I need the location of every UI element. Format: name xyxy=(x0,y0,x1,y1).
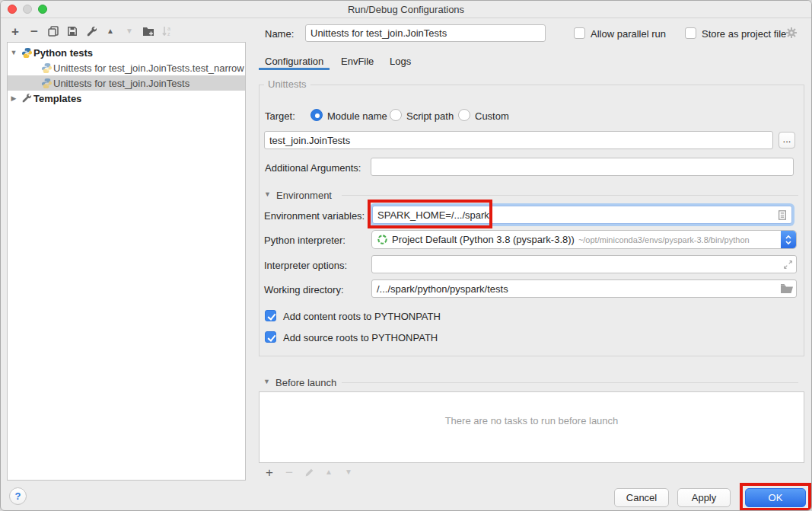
additional-arguments-input[interactable] xyxy=(371,158,794,176)
interpreter-options-label: Interpreter options: xyxy=(264,260,347,271)
add-task-button[interactable]: + xyxy=(263,465,276,479)
environment-variables-label: Environment variables: xyxy=(264,210,365,222)
expand-field-button[interactable] xyxy=(782,258,794,270)
target-label: Target: xyxy=(265,110,295,122)
environment-variables-input[interactable]: SPARK_HOME=/.../spark xyxy=(372,206,792,224)
module-name-input[interactable]: test_join.JoinTests xyxy=(264,131,773,149)
before-launch-section-title[interactable]: Before launch xyxy=(275,377,336,388)
tab-configuration[interactable]: Configuration xyxy=(265,56,323,67)
browse-folder-button[interactable] xyxy=(780,283,793,295)
store-options-gear-button[interactable] xyxy=(785,26,798,40)
environment-section-line xyxy=(342,195,798,196)
down-triangle-icon: ▼ xyxy=(126,27,133,35)
cancel-button-label: Cancel xyxy=(626,492,657,503)
sort-configurations-button[interactable]: az xyxy=(161,24,174,38)
window-title: Run/Debug Configurations xyxy=(348,4,464,15)
name-label: Name: xyxy=(265,28,294,40)
apply-button-label: Apply xyxy=(692,492,717,503)
working-directory-input[interactable]: /.../spark/python/pyspark/tests xyxy=(371,279,797,298)
close-window-button[interactable] xyxy=(8,5,17,14)
conda-env-icon xyxy=(377,234,388,245)
save-configuration-button[interactable] xyxy=(65,24,79,38)
tree-item-python-tests[interactable]: ▼ Python tests xyxy=(8,45,245,60)
edit-templates-button[interactable] xyxy=(84,24,98,38)
minimize-window-button[interactable] xyxy=(23,5,32,14)
edit-environment-variables-button[interactable] xyxy=(776,209,788,221)
name-input[interactable]: Unittests for test_join.JoinTests xyxy=(305,24,546,42)
combo-stepper-icon[interactable] xyxy=(781,231,796,248)
target-script-path-label[interactable]: Script path xyxy=(406,110,454,122)
edit-task-button[interactable] xyxy=(302,465,316,479)
module-name-value: test_join.JoinTests xyxy=(269,135,350,146)
python-interpreter-value: Project Default (Python 3.8 (pyspark-3.8… xyxy=(392,234,575,245)
store-as-project-file-checkbox[interactable] xyxy=(685,27,696,39)
move-task-up-button[interactable]: ▲ xyxy=(322,465,336,479)
interpreter-options-input[interactable] xyxy=(371,255,797,273)
tree-item-test-narrow[interactable]: Unittests for test_join.JoinTests.test_n… xyxy=(8,60,245,75)
browse-module-button[interactable]: ... xyxy=(779,132,795,149)
add-content-roots-checkbox[interactable] xyxy=(265,310,276,321)
additional-arguments-label: Additional Arguments: xyxy=(265,162,361,174)
allow-parallel-run-checkbox[interactable] xyxy=(574,27,585,39)
cancel-button[interactable]: Cancel xyxy=(614,488,669,507)
svg-text:z: z xyxy=(167,31,170,37)
wrench-icon xyxy=(20,93,33,104)
copy-configuration-button[interactable] xyxy=(46,24,60,38)
python-interpreter-select[interactable]: Project Default (Python 3.8 (pyspark-3.8… xyxy=(371,230,797,249)
help-button[interactable]: ? xyxy=(9,487,27,505)
copy-icon xyxy=(47,25,59,37)
move-task-down-button[interactable]: ▼ xyxy=(342,465,355,479)
target-custom-label[interactable]: Custom xyxy=(475,110,509,122)
add-configuration-button[interactable]: + xyxy=(8,24,22,38)
run-debug-configurations-dialog: Run/Debug Configurations + − ▲ ▼ az ▼ Py xyxy=(0,0,812,511)
minus-icon: − xyxy=(30,25,38,38)
tree-item-jointests-selected[interactable]: Unittests for test_join.JoinTests xyxy=(8,75,245,91)
up-triangle-icon: ▲ xyxy=(325,468,333,476)
plus-icon: + xyxy=(11,25,19,38)
gear-icon xyxy=(785,27,798,39)
down-triangle-icon: ▼ xyxy=(345,468,352,476)
tree-item-label: Unittests for test_join.JoinTests.test_n… xyxy=(53,62,244,74)
add-source-roots-checkbox[interactable] xyxy=(265,331,276,343)
target-module-name-label[interactable]: Module name xyxy=(327,110,387,122)
tree-item-label: Templates xyxy=(33,93,81,104)
folder-icon xyxy=(781,283,793,294)
tab-logs[interactable]: Logs xyxy=(390,56,411,67)
python-interpreter-path: ~/opt/miniconda3/envs/pyspark-3.8/bin/py… xyxy=(578,235,750,244)
python-test-icon xyxy=(40,78,53,89)
add-source-roots-label[interactable]: Add source roots to PYTHONPATH xyxy=(283,332,438,343)
unittests-group-title: Unittests xyxy=(264,78,310,90)
move-up-button[interactable]: ▲ xyxy=(103,24,117,38)
store-as-project-file-label[interactable]: Store as project file xyxy=(702,28,786,40)
add-content-roots-label[interactable]: Add content roots to PYTHONPATH xyxy=(283,311,441,322)
environment-collapse-chevron[interactable]: ▼ xyxy=(264,190,271,198)
ok-button[interactable]: OK xyxy=(745,488,806,507)
environment-section-title[interactable]: Environment xyxy=(276,190,332,201)
python-icon xyxy=(20,47,33,59)
before-launch-collapse-chevron[interactable]: ▼ xyxy=(263,378,270,385)
target-module-name-radio[interactable] xyxy=(310,109,323,121)
before-launch-section-line xyxy=(342,382,798,383)
chevron-right-icon[interactable]: ▶ xyxy=(8,94,20,102)
target-custom-radio[interactable] xyxy=(458,109,470,121)
configurations-toolbar: + − ▲ ▼ az xyxy=(8,24,174,38)
move-down-button[interactable]: ▼ xyxy=(123,24,136,38)
tree-item-templates[interactable]: ▶ Templates xyxy=(8,91,245,106)
up-triangle-icon: ▲ xyxy=(107,27,114,35)
svg-text:a: a xyxy=(167,26,170,31)
list-icon xyxy=(777,209,788,221)
tree-item-label: Python tests xyxy=(33,47,93,59)
apply-button[interactable]: Apply xyxy=(677,488,731,507)
allow-parallel-run-label[interactable]: Allow parallel run xyxy=(591,28,666,40)
tab-envfile[interactable]: EnvFile xyxy=(341,56,374,67)
sort-alpha-icon: az xyxy=(161,25,174,37)
remove-task-button[interactable]: − xyxy=(282,465,296,479)
before-launch-task-list[interactable]: There are no tasks to run before launch xyxy=(259,391,804,463)
python-test-icon xyxy=(40,62,53,74)
working-directory-label: Working directory: xyxy=(264,284,344,295)
zoom-window-button[interactable] xyxy=(38,5,47,14)
target-script-path-radio[interactable] xyxy=(390,109,402,121)
chevron-down-icon[interactable]: ▼ xyxy=(8,49,20,56)
create-folder-button[interactable] xyxy=(142,24,155,38)
remove-configuration-button[interactable]: − xyxy=(27,24,41,38)
